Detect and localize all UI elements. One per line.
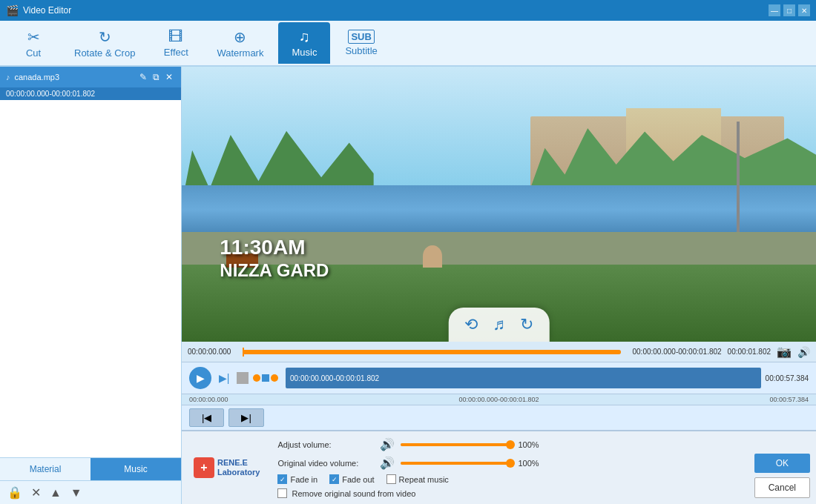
adjust-volume-icon: 🔊 (380, 437, 395, 451)
play-step-button[interactable]: ▶| (216, 370, 232, 386)
left-tab-music[interactable]: Music (91, 458, 181, 480)
main-area: ♪ canada.mp3 ✎ ⧉ ✕ 00:00:00.000-00:00:01… (0, 67, 816, 504)
volume-toggle-button[interactable]: 🔊 (797, 346, 810, 358)
cancel-button[interactable]: Cancel (754, 477, 810, 498)
fade-in-item: ✓ Fade in (277, 474, 317, 484)
delete-button[interactable]: ✕ (30, 484, 42, 501)
tab-rotate[interactable]: ↻ Rotate & Crop (62, 22, 147, 64)
tab-cut-label: Cut (26, 47, 41, 59)
fade-out-label: Fade out (342, 475, 374, 484)
effect-icon: 🎞 (168, 28, 183, 45)
maximize-button[interactable]: □ (783, 4, 795, 16)
scene-water (182, 185, 816, 235)
checkbox-row: ✓ Fade in ✓ Fade out Repeat music (277, 474, 742, 484)
fade-out-checkbox[interactable]: ✓ (329, 474, 339, 484)
volume-controls: Adjust volume: 🔊 100% Original video vol… (277, 437, 742, 498)
scene-overlay-place: NIZZA GARD (220, 260, 329, 281)
minimize-button[interactable]: — (769, 4, 780, 16)
tab-cut[interactable]: ✂ Cut (7, 22, 59, 64)
effect-add-button[interactable]: ↻ (519, 314, 535, 336)
repeat-music-checkbox[interactable] (386, 474, 396, 484)
lock-button[interactable]: 🔒 (6, 484, 24, 501)
person-add-button[interactable]: ♬ (491, 314, 507, 336)
tab-watermark-label: Watermark (217, 47, 263, 59)
stop-button[interactable] (237, 372, 249, 384)
move-down-button[interactable]: ▼ (69, 485, 84, 501)
repeat-music-item: Repeat music (386, 474, 449, 484)
transport-overlay: ⟲ ♬ ↻ (448, 308, 550, 342)
lamp-post (737, 122, 740, 231)
repeat-music-label: Repeat music (399, 475, 449, 484)
rotate-icon: ↻ (99, 28, 111, 46)
remove-sound-checkbox[interactable] (277, 488, 287, 498)
remove-sound-row: Remove original sound from video (277, 488, 742, 498)
left-content (0, 100, 181, 457)
file-timestamp: 00:00:00.000-00:00:01.802 (0, 87, 181, 100)
timeline-bar[interactable] (243, 350, 620, 354)
title-bar-title: Video Editor (23, 5, 769, 16)
file-name: canada.mp3 (15, 73, 134, 82)
file-item: ♪ canada.mp3 ✎ ⧉ ✕ (0, 67, 181, 87)
ts-end-alt: 00:00:57.384 (769, 396, 809, 403)
rewind-button[interactable]: ⟲ (463, 314, 479, 336)
move-up-button[interactable]: ▲ (48, 485, 63, 501)
segment-buttons: |◀ ▶| (182, 405, 816, 431)
original-volume-thumb (506, 459, 515, 468)
adjust-volume-thumb (506, 440, 515, 449)
file-copy-button[interactable]: ⧉ (151, 71, 162, 83)
video-preview: 11:30AM NIZZA GARD ⟲ ♬ ↻ (182, 67, 816, 342)
segment-btn-left[interactable]: |◀ (189, 408, 224, 427)
ts-mid: 00:00:00.000-00:00:01.802 (458, 396, 539, 403)
tab-effect[interactable]: 🎞 Effect (150, 22, 202, 64)
logo-cross-icon: + (194, 457, 214, 478)
tab-rotate-label: Rotate & Crop (74, 47, 135, 59)
play-button[interactable]: ▶ (189, 367, 211, 389)
timeline-controls-bar: 00:00:00.000 00:00:00.000-00:00:01.802 0… (182, 342, 816, 362)
title-bar-icon: 🎬 (6, 4, 19, 16)
cut-icon: ✂ (27, 28, 40, 46)
file-close-button[interactable]: ✕ (163, 71, 175, 83)
original-volume-label: Original video volume: (277, 459, 374, 468)
tl-time-start: 00:00:00.000 (188, 348, 231, 356)
tl-time-end: 00:00:01.802 (728, 348, 771, 356)
subtitle-icon: SUB (348, 30, 374, 44)
original-volume-icon: 🔊 (380, 456, 395, 470)
adjust-volume-fill (401, 443, 512, 446)
logo-area: + RENE.E Laboratory (188, 437, 266, 498)
adjust-volume-slider[interactable] (401, 443, 512, 446)
tab-watermark[interactable]: ⊕ Watermark (205, 22, 275, 64)
original-volume-pct: 100% (518, 459, 544, 468)
scene-person (423, 245, 442, 268)
video-area: 11:30AM NIZZA GARD ⟲ ♬ ↻ 00:00:00.000 00… (182, 67, 816, 504)
segment-btn-right[interactable]: ▶| (228, 408, 263, 427)
timeline-track[interactable]: 00:00:00.000-00:00:01.802 (286, 368, 761, 388)
close-button[interactable]: ✕ (798, 4, 810, 16)
original-volume-row: Original video volume: 🔊 100% (277, 456, 742, 470)
adjust-volume-pct: 100% (518, 440, 544, 449)
timeline-bar-fill (243, 350, 620, 354)
logo-text: RENE.E Laboratory (217, 458, 260, 477)
ok-button[interactable]: OK (754, 454, 810, 473)
kf-dot1 (253, 374, 260, 382)
file-edit-button[interactable]: ✎ (137, 71, 149, 83)
original-volume-slider[interactable] (401, 462, 512, 465)
track-end-time: 00:00:57.384 (766, 374, 809, 382)
remove-sound-label: Remove original sound from video (292, 489, 415, 498)
title-bar-controls: — □ ✕ (769, 4, 810, 16)
bottom-section: + RENE.E Laboratory Adjust volume: 🔊 (182, 431, 816, 504)
kf-rect (262, 374, 269, 382)
snapshot-button[interactable]: 📷 (777, 345, 792, 359)
tab-music[interactable]: ♫ Music (278, 22, 330, 64)
play-controls: ▶ ▶| 00:00:00.000-00:00:01.802 00:00:57.… (182, 362, 816, 394)
left-tab-material[interactable]: Material (0, 458, 91, 480)
original-volume-fill (401, 462, 512, 465)
fade-out-item: ✓ Fade out (329, 474, 374, 484)
file-icon: ♪ (6, 73, 10, 82)
fade-in-label: Fade in (290, 475, 317, 484)
tab-subtitle[interactable]: SUB Subtitle (333, 22, 389, 64)
timeline-timestamps: 00:00:00.000 00:00:00.000-00:00:01.802 0… (182, 394, 816, 405)
adjust-volume-row: Adjust volume: 🔊 100% (277, 437, 742, 451)
fade-in-checkbox[interactable]: ✓ (277, 474, 287, 484)
music-icon: ♫ (299, 28, 310, 45)
left-toolbar: 🔒 ✕ ▲ ▼ (0, 480, 181, 504)
